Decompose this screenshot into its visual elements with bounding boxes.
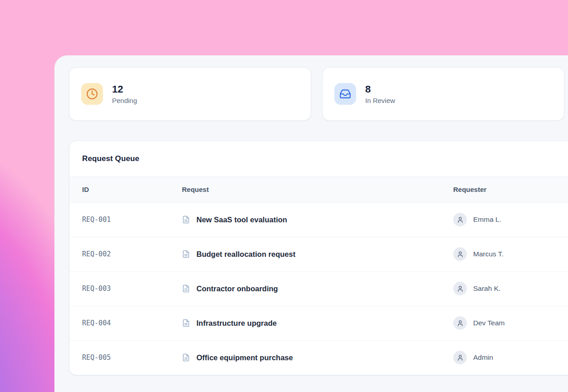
avatar [453, 351, 467, 364]
request-id: REQ-005 [69, 340, 182, 375]
in-review-label: In Review [365, 97, 395, 104]
column-header-requester: Requester [453, 177, 568, 202]
user-icon [457, 320, 464, 327]
request-title: Infrastructure upgrade [196, 319, 277, 328]
pending-count: 12 [112, 83, 137, 95]
user-icon [457, 285, 464, 292]
requester-name: Emma L. [473, 216, 501, 224]
request-queue-card: Request Queue ID Request Requester REQ-0… [69, 141, 568, 375]
request-title: Office equipment purchase [196, 353, 293, 362]
user-icon [457, 216, 464, 223]
table-row[interactable]: REQ-004 Infrastructure upgrade [69, 306, 568, 340]
column-header-request: Request [182, 177, 453, 202]
stat-text: 12 Pending [112, 83, 137, 104]
file-icon [182, 250, 190, 258]
table-header-row: ID Request Requester [69, 177, 568, 202]
pending-label: Pending [112, 97, 137, 104]
request-id: REQ-003 [69, 271, 182, 306]
file-icon [182, 319, 190, 327]
stat-card-pending: 12 Pending [69, 67, 311, 121]
requester-name: Admin [473, 353, 493, 362]
stat-card-in-review: 8 In Review [322, 67, 564, 121]
request-title: New SaaS tool evaluation [196, 216, 287, 224]
clock-icon [81, 83, 103, 105]
table-row[interactable]: REQ-005 Office equipment purchase [69, 340, 568, 375]
content-panel: 12 Pending 8 In Review [54, 55, 568, 392]
avatar [453, 316, 467, 330]
avatar [453, 282, 467, 295]
request-id: REQ-001 [69, 202, 182, 237]
column-header-id: ID [69, 177, 182, 202]
requester-name: Marcus T. [473, 250, 504, 258]
request-id: REQ-004 [69, 306, 182, 340]
stat-text: 8 In Review [365, 83, 395, 104]
avatar [453, 213, 467, 226]
stats-row: 12 Pending 8 In Review [69, 67, 568, 121]
request-id: REQ-002 [69, 237, 182, 271]
request-queue-header: Request Queue [69, 141, 568, 177]
table-row[interactable]: REQ-001 New SaaS tool evaluation [69, 202, 568, 237]
inbox-icon [334, 83, 356, 105]
request-title: Contractor onboarding [196, 284, 278, 293]
requester-name: Dev Team [473, 319, 505, 327]
file-icon [182, 353, 190, 362]
requester-name: Sarah K. [473, 284, 500, 293]
user-icon [457, 251, 464, 258]
app-background: 12 Pending 8 In Review [0, 0, 568, 392]
request-queue-title: Request Queue [82, 154, 139, 163]
table-row[interactable]: REQ-003 Contractor onboarding [69, 271, 568, 306]
file-icon [182, 216, 190, 224]
in-review-count: 8 [365, 83, 395, 95]
table-row[interactable]: REQ-002 Budget reallocation request [69, 237, 568, 271]
avatar [453, 247, 467, 261]
request-queue-table: ID Request Requester REQ-001 New SaaS to… [69, 177, 568, 375]
request-title: Budget reallocation request [196, 250, 295, 259]
file-icon [182, 284, 190, 293]
user-icon [457, 354, 464, 361]
